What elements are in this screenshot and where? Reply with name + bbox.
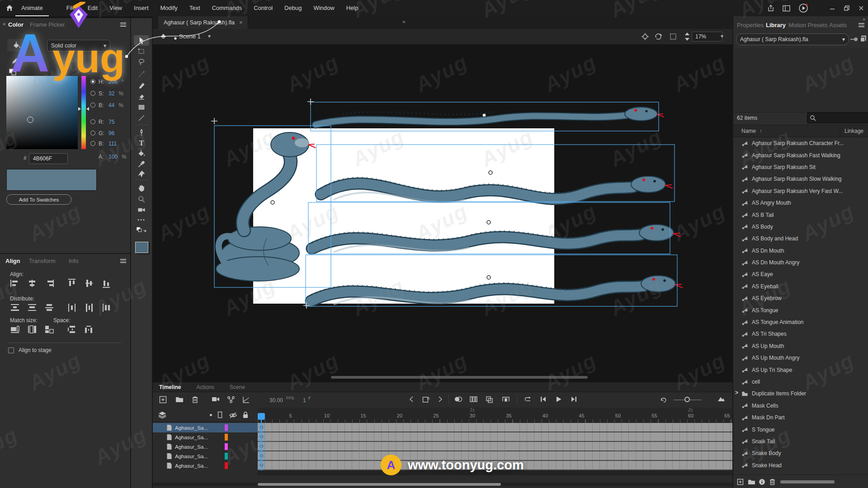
- saturation-brightness-picker[interactable]: [6, 76, 78, 149]
- panel-menu-icon[interactable]: [120, 259, 126, 263]
- library-item[interactable]: Snake Body: [733, 447, 868, 459]
- library-item[interactable]: Aghasur Sarp Raksash Fast Walking: [733, 149, 868, 161]
- lock-layers-icon[interactable]: [242, 411, 249, 418]
- tab-properties[interactable]: Properties: [737, 22, 764, 28]
- hand-tool[interactable]: [134, 183, 149, 193]
- layer-name[interactable]: Aghasur_Sa...: [175, 454, 210, 459]
- document-tab[interactable]: Aghasur ( Sarp Raksash).fla ×: [158, 16, 248, 29]
- library-item[interactable]: Aghasur Sarp Raksash Sit: [733, 161, 868, 173]
- outline-column-icon[interactable]: [210, 414, 212, 416]
- green-value[interactable]: 96: [108, 130, 114, 136]
- step-forward-icon[interactable]: [571, 396, 577, 403]
- layer-name[interactable]: Aghasur_Sa...: [175, 463, 210, 469]
- library-item[interactable]: AS Eyeball: [733, 281, 868, 292]
- zoom-level-input[interactable]: 17%: [692, 32, 722, 42]
- panel-menu-icon[interactable]: [120, 23, 126, 27]
- blue-value-row[interactable]: B: 111: [90, 141, 117, 146]
- menu-item-animate[interactable]: Animate: [15, 0, 49, 16]
- hue-value-row[interactable]: H: 205 °: [90, 79, 124, 84]
- distribute-vertical-center-button[interactable]: [25, 303, 39, 312]
- blue-value[interactable]: 111: [108, 141, 117, 147]
- line-tool[interactable]: [134, 113, 149, 123]
- library-item[interactable]: S Tongue: [733, 423, 868, 435]
- new-folder-icon[interactable]: [175, 396, 184, 403]
- align-to-stage-row[interactable]: Align to stage: [8, 347, 52, 353]
- distribute-bottom-button[interactable]: [42, 303, 56, 312]
- align-right-button[interactable]: [42, 278, 56, 288]
- brightness-value-row[interactable]: B: 44 %: [90, 102, 123, 108]
- fill-color-swatch[interactable]: [135, 242, 148, 253]
- align-vertical-center-button[interactable]: [82, 278, 96, 288]
- menu-item-window[interactable]: Window: [307, 0, 340, 16]
- layer-color-swatch[interactable]: [225, 453, 228, 460]
- stroke-pencil-icon[interactable]: [11, 57, 19, 65]
- rectangle-tool[interactable]: [134, 102, 149, 112]
- rotate-view-icon[interactable]: [654, 33, 663, 41]
- current-frame-value[interactable]: 1: [303, 397, 306, 404]
- space-vertical-button[interactable]: [65, 324, 79, 334]
- library-item[interactable]: >Duplicate Items Folder: [733, 388, 868, 399]
- layer-depth-icon[interactable]: [242, 396, 250, 404]
- library-item[interactable]: AS Dn Mouth Angry: [733, 257, 868, 268]
- next-keyframe-icon[interactable]: [438, 396, 443, 403]
- reset-timeline-zoom-icon[interactable]: [660, 396, 668, 403]
- menu-item-insert[interactable]: Insert: [128, 0, 155, 16]
- free-transform-tool[interactable]: [134, 46, 149, 56]
- snake-1-artwork[interactable]: [316, 107, 664, 125]
- hide-layers-icon[interactable]: [229, 412, 237, 418]
- close-tab-icon[interactable]: ×: [239, 19, 242, 26]
- brush-tool[interactable]: [134, 80, 149, 91]
- edit-multiple-frames-icon[interactable]: [486, 396, 494, 403]
- timeline-layer-row[interactable]: Aghasur_Sa...: [153, 423, 258, 432]
- expand-chevron-icon[interactable]: >: [735, 389, 738, 396]
- red-value[interactable]: 75: [108, 119, 114, 125]
- library-item[interactable]: AS Angry Mouth: [733, 197, 868, 209]
- tab-motion-presets[interactable]: Motion Presets: [788, 22, 828, 28]
- saturation-value-row[interactable]: S: 32 %: [90, 90, 123, 96]
- column-name[interactable]: Name: [741, 128, 756, 134]
- distribute-right-button[interactable]: [99, 303, 113, 312]
- green-value-row[interactable]: G: 96: [90, 130, 114, 136]
- timeline-frame-row[interactable]: [258, 423, 732, 432]
- library-item[interactable]: Mask Cells: [733, 400, 868, 412]
- match-height-button[interactable]: [25, 324, 39, 334]
- onion-skin-outlines-icon[interactable]: [469, 396, 478, 403]
- restore-button[interactable]: [844, 5, 850, 11]
- layer-color-swatch[interactable]: [225, 434, 228, 441]
- minimize-button[interactable]: [829, 5, 835, 11]
- new-folder-icon[interactable]: [748, 479, 755, 485]
- tab-actions[interactable]: Actions: [196, 384, 214, 390]
- menu-item-modify[interactable]: Modify: [155, 0, 184, 16]
- eraser-tool[interactable]: [134, 91, 149, 101]
- library-item[interactable]: Snaik Tail: [733, 436, 868, 447]
- layer-color-swatch[interactable]: [225, 424, 228, 431]
- zoom-tool[interactable]: [134, 194, 149, 204]
- tab-info[interactable]: Info: [69, 258, 79, 264]
- tab-color[interactable]: Color: [8, 21, 24, 28]
- tab-align[interactable]: Align: [5, 258, 20, 264]
- library-item[interactable]: Aghasur Sarp Raksash Character Fr...: [733, 137, 868, 149]
- library-item[interactable]: AS Tongue: [733, 304, 868, 316]
- timeline-scrollbar-thumb[interactable]: [258, 483, 501, 486]
- radio-icon[interactable]: [90, 119, 95, 124]
- align-horizontal-center-button[interactable]: [25, 278, 39, 288]
- swap-stroke-fill-icon[interactable]: [9, 69, 17, 75]
- library-item[interactable]: AS Tri Shapes: [733, 328, 868, 340]
- align-to-stage-checkbox[interactable]: [8, 347, 14, 353]
- timeline-frame-row[interactable]: [258, 451, 732, 461]
- library-item[interactable]: AS Tongue Animation: [733, 316, 868, 328]
- camera-column-icon[interactable]: [217, 411, 222, 418]
- library-item[interactable]: AS Up Mouth Angry: [733, 352, 868, 364]
- tab-assets[interactable]: Assets: [829, 22, 847, 28]
- zoom-dropdown-icon[interactable]: ▾: [721, 33, 723, 39]
- color-type-select[interactable]: Solid color ▾: [47, 40, 110, 52]
- eyedropper-tool[interactable]: [134, 159, 149, 169]
- layer-name[interactable]: Aghasur_Sa...: [175, 425, 210, 431]
- new-symbol-icon[interactable]: [737, 479, 744, 485]
- expand-panel-icon[interactable]: »: [863, 16, 865, 22]
- more-tools-button[interactable]: •••: [134, 214, 149, 225]
- timeline-layer-row[interactable]: Aghasur_Sa...: [153, 442, 258, 451]
- paint-bucket-tool[interactable]: [134, 148, 149, 159]
- timeline-zoom-slider-handle[interactable]: [684, 397, 690, 402]
- library-item[interactable]: Aghasur Sarp Raksash Very Fast W...: [733, 185, 868, 197]
